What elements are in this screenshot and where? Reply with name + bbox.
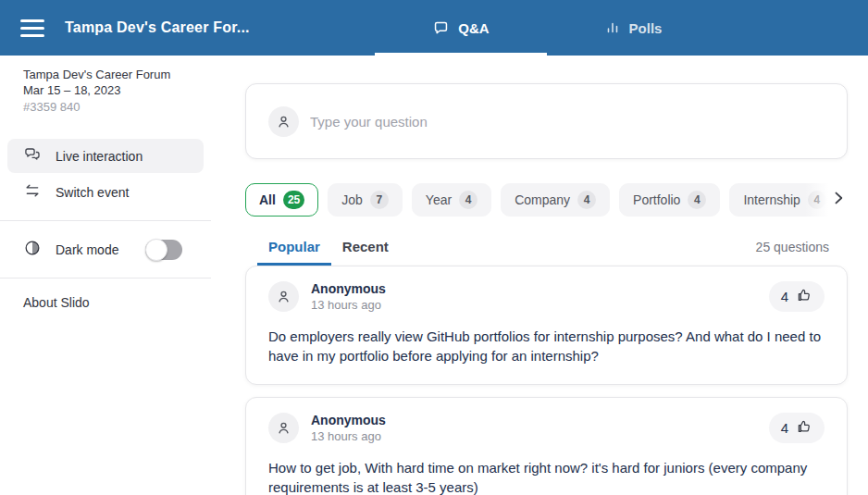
- filter-chip-job[interactable]: Job 7: [328, 183, 403, 217]
- question-time: 13 hours ago: [311, 429, 386, 444]
- chip-label: Internship: [743, 192, 800, 207]
- dark-mode-row: Dark mode: [7, 232, 204, 266]
- tab-polls[interactable]: Polls: [547, 0, 719, 56]
- chip-label: All: [259, 192, 276, 207]
- chip-label: Portfolio: [633, 192, 680, 207]
- live-interaction-icon: [23, 145, 42, 167]
- sidebar-divider: [0, 220, 211, 221]
- question-text: How to get job, With hard time on market…: [268, 458, 825, 495]
- thumbs-up-icon: [796, 418, 812, 439]
- tab-popular[interactable]: Popular: [257, 233, 331, 266]
- polls-icon: [604, 19, 621, 36]
- chip-count-badge: 7: [370, 191, 389, 209]
- questions-list-header: Popular Recent 25 questions: [245, 233, 848, 266]
- question-author: Anonymous: [311, 413, 386, 428]
- hamburger-icon[interactable]: [20, 16, 44, 40]
- sidebar-event-code: #3359 840: [23, 99, 202, 115]
- chip-count-badge: 4: [459, 191, 477, 209]
- question-author: Anonymous: [311, 281, 386, 297]
- qa-main: All 25 Job 7 Year 4 Company 4 Portfolio: [211, 56, 868, 495]
- dark-mode-icon: [23, 239, 42, 260]
- sidebar-item-live-interaction[interactable]: Live interaction: [7, 139, 204, 173]
- event-title: Tampa Dev's Career For...: [65, 19, 250, 36]
- question-composer: [245, 83, 848, 159]
- chip-count-badge: 4: [688, 191, 706, 209]
- chevron-right-icon[interactable]: [829, 189, 848, 211]
- upvote-button[interactable]: 4: [769, 413, 825, 443]
- question-card: Anonymous 13 hours ago 4 How to get job,…: [245, 397, 848, 495]
- tab-polls-label: Polls: [629, 20, 663, 36]
- question-count: 25 questions: [756, 240, 848, 266]
- filter-chip-all[interactable]: All 25: [245, 183, 318, 217]
- tab-qa-label: Q&A: [458, 20, 489, 36]
- qa-icon: [432, 19, 450, 37]
- chip-count-badge: 25: [283, 191, 304, 209]
- tab-qa[interactable]: Q&A: [375, 0, 547, 56]
- sidebar: Tampa Dev's Career Forum Mar 15 – 18, 20…: [0, 56, 211, 495]
- question-card: Anonymous 13 hours ago 4 Do employers re…: [245, 266, 848, 385]
- chip-count-badge: 4: [577, 191, 596, 209]
- top-tabs: Q&A Polls: [375, 0, 719, 56]
- upvote-count: 4: [781, 420, 788, 436]
- filter-chip-company[interactable]: Company 4: [501, 183, 610, 217]
- sidebar-event-dates: Mar 15 – 18, 2023: [23, 82, 202, 98]
- sidebar-divider: [0, 278, 211, 278]
- person-icon: [268, 281, 299, 312]
- person-icon: [268, 106, 299, 137]
- question-time: 13 hours ago: [311, 298, 386, 313]
- chip-label: Company: [515, 192, 570, 207]
- top-bar: Tampa Dev's Career For... Q&A Polls: [0, 0, 868, 56]
- chip-label: Job: [341, 192, 363, 207]
- topic-filters: All 25 Job 7 Year 4 Company 4 Portfolio: [245, 183, 848, 217]
- chips-scroll-overlay: [805, 183, 848, 217]
- sidebar-item-label: Live interaction: [56, 149, 143, 164]
- question-text: Do employers really view GitHub portfoli…: [268, 327, 825, 365]
- tab-recent[interactable]: Recent: [331, 233, 400, 266]
- dark-mode-label: Dark mode: [56, 242, 118, 257]
- question-input[interactable]: [310, 114, 825, 130]
- sidebar-item-label: Switch event: [56, 185, 129, 200]
- filter-chip-portfolio[interactable]: Portfolio 4: [619, 183, 720, 217]
- filter-chip-year[interactable]: Year 4: [412, 183, 491, 217]
- chip-label: Year: [426, 192, 452, 207]
- upvote-count: 4: [781, 289, 788, 304]
- upvote-button[interactable]: 4: [769, 281, 825, 312]
- dark-mode-toggle[interactable]: [145, 240, 182, 260]
- sidebar-item-switch-event[interactable]: Switch event: [7, 175, 204, 209]
- switch-event-icon: [23, 181, 42, 203]
- sidebar-event-name: Tampa Dev's Career Forum: [23, 67, 202, 82]
- thumbs-up-icon: [796, 287, 812, 307]
- person-icon: [268, 413, 299, 443]
- about-slido-link[interactable]: About Slido: [0, 290, 211, 316]
